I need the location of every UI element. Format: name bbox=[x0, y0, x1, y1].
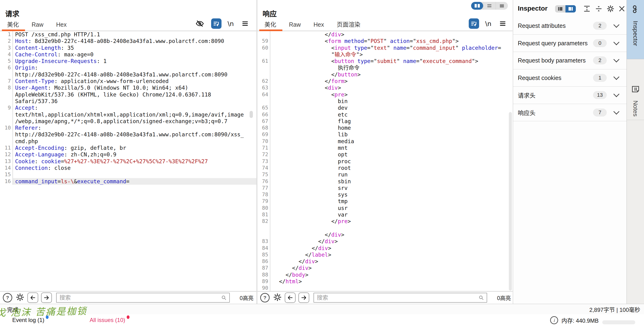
line-number bbox=[0, 91, 12, 98]
all-issues-link[interactable]: All issues (10) bbox=[90, 317, 125, 324]
side-tab-inspector[interactable]: Inspector bbox=[627, 0, 644, 59]
request-panel: 请求 美化RawHex \n 1POST /xss_cmd.php HTTP/1… bbox=[0, 0, 256, 304]
eye-off-icon[interactable] bbox=[194, 18, 205, 29]
line-number: 1 bbox=[0, 31, 12, 38]
response-tab-Raw[interactable]: Raw bbox=[289, 20, 301, 29]
response-scrollbar-thumb[interactable] bbox=[509, 112, 512, 290]
code-line bbox=[257, 225, 512, 232]
line-number bbox=[257, 31, 270, 38]
response-search-input[interactable] bbox=[314, 293, 487, 302]
response-editor[interactable]: </div>59 <form method="POST" action="xss… bbox=[257, 31, 512, 292]
request-tab-美化[interactable]: 美化 bbox=[7, 20, 19, 29]
code-line: 5Upgrade-Insecure-Requests: 1 bbox=[0, 58, 256, 64]
next-match-button[interactable] bbox=[41, 292, 52, 303]
response-tab-页面渲染[interactable]: 页面渲染 bbox=[337, 20, 360, 29]
code-line: 78 sys bbox=[257, 191, 512, 198]
code-line: 80 usr bbox=[257, 205, 512, 211]
layout-rows-button[interactable] bbox=[483, 2, 496, 10]
response-tab-Hex[interactable]: Hex bbox=[314, 20, 324, 29]
request-editor[interactable]: 1POST /xss_cmd.php HTTP/1.12Host: 8d32e9… bbox=[0, 31, 256, 292]
side-tab-notes[interactable]: Notes bbox=[627, 59, 644, 120]
rows-icon bbox=[487, 4, 491, 7]
next-match-button[interactable] bbox=[298, 292, 309, 303]
code-line: 72 opt bbox=[257, 151, 512, 158]
inspector-settings-icon[interactable] bbox=[606, 5, 614, 13]
syntax-highlight-icon[interactable] bbox=[211, 18, 222, 29]
code-line: 执行命令 bbox=[257, 64, 512, 71]
request-tab-Raw[interactable]: Raw bbox=[32, 20, 44, 29]
code-line: 9Accept: bbox=[0, 104, 256, 111]
search-icon bbox=[221, 295, 227, 302]
line-number: 88 bbox=[257, 272, 270, 278]
all-issues-label: All issues (10) bbox=[90, 317, 125, 323]
code-line: http://8d32e9b0-227c-4148-a08b-2408e3a43… bbox=[0, 131, 256, 138]
inspector-section-Request attributes[interactable]: Request attributes2 bbox=[513, 17, 626, 35]
request-scrollbar-thumb[interactable] bbox=[250, 111, 253, 118]
line-number: 9 bbox=[0, 104, 12, 111]
code-line: </div> bbox=[257, 31, 512, 38]
layout-single-button[interactable] bbox=[496, 2, 508, 10]
help-icon[interactable]: ? bbox=[260, 293, 270, 302]
status-done-label: 完成 bbox=[7, 305, 18, 313]
response-panel-icons: \n bbox=[469, 18, 508, 29]
chevron-down-icon[interactable] bbox=[613, 74, 619, 80]
inspector-section-Request query parameters[interactable]: Request query parameters0 bbox=[513, 35, 626, 52]
line-number bbox=[257, 232, 270, 238]
side-tab-strip: Inspector Notes bbox=[627, 0, 644, 304]
inspector-section-Request body parameters[interactable]: Request body parameters2 bbox=[513, 52, 626, 69]
close-icon[interactable] bbox=[618, 5, 626, 13]
panel-divider[interactable] bbox=[256, 0, 257, 304]
side-tab-inspector-label: Inspector bbox=[632, 21, 639, 46]
response-tab-美化[interactable]: 美化 bbox=[264, 20, 276, 29]
line-number: 16 bbox=[0, 178, 12, 185]
layout-columns-button[interactable] bbox=[471, 2, 483, 10]
inspector-section-请求头[interactable]: 请求头13 bbox=[513, 86, 626, 104]
event-log-link[interactable]: Event log (1) bbox=[12, 317, 44, 324]
line-number: 71 bbox=[257, 144, 270, 151]
code-line: 86 </div> bbox=[257, 258, 512, 265]
line-number bbox=[257, 225, 270, 232]
line-number: 77 bbox=[257, 185, 270, 191]
gear-icon[interactable] bbox=[273, 293, 282, 303]
prev-match-button[interactable] bbox=[27, 292, 38, 303]
line-number: 82 bbox=[257, 218, 270, 224]
line-number: 80 bbox=[257, 205, 270, 211]
request-highlight-count: 0高亮 bbox=[240, 294, 254, 302]
chevron-down-icon[interactable] bbox=[613, 56, 619, 62]
newline-icon[interactable]: \n bbox=[485, 20, 491, 27]
line-number bbox=[257, 71, 270, 78]
dock-left-button[interactable] bbox=[555, 5, 566, 12]
inspector-section-Request cookies[interactable]: Request cookies1 bbox=[513, 69, 626, 87]
side-tab-notes-label: Notes bbox=[632, 100, 639, 116]
inspector-section-label: 请求头 bbox=[518, 91, 536, 99]
prev-match-button[interactable] bbox=[285, 292, 296, 303]
request-search-input[interactable] bbox=[56, 293, 229, 302]
line-number: 70 bbox=[257, 138, 270, 144]
line-number: 59 bbox=[257, 38, 270, 44]
inspector-section-响应头[interactable]: 响应头7 bbox=[513, 104, 626, 122]
dock-right-button[interactable] bbox=[566, 5, 576, 12]
line-number bbox=[0, 138, 12, 144]
footer-bar: Event log (1) All issues (10) 泡沫 苦痛是枷锁自由… bbox=[0, 314, 644, 326]
info-icon[interactable]: i bbox=[550, 316, 558, 324]
line-number: 5 bbox=[0, 58, 12, 64]
line-number: 86 bbox=[257, 258, 270, 265]
single-pane-icon bbox=[500, 4, 504, 8]
collapse-all-icon[interactable] bbox=[595, 5, 603, 13]
chevron-down-icon[interactable] bbox=[613, 22, 619, 28]
menu-icon[interactable] bbox=[240, 18, 250, 29]
syntax-highlight-icon[interactable] bbox=[469, 18, 479, 29]
line-number: 69 bbox=[257, 131, 270, 138]
line-number: 62 bbox=[257, 78, 270, 84]
request-tab-Hex[interactable]: Hex bbox=[56, 20, 66, 29]
code-line: 60 <input type="text" name="command_inpu… bbox=[257, 44, 512, 51]
menu-icon[interactable] bbox=[498, 18, 508, 29]
chevron-down-icon[interactable] bbox=[613, 91, 619, 97]
newline-icon[interactable]: \n bbox=[228, 20, 234, 27]
gear-icon[interactable] bbox=[16, 293, 24, 303]
chevron-down-icon[interactable] bbox=[613, 108, 619, 114]
chevron-down-icon[interactable] bbox=[613, 39, 619, 45]
expand-all-icon[interactable] bbox=[583, 5, 591, 13]
help-icon[interactable]: ? bbox=[3, 293, 12, 302]
code-line: 2Host: 8d32e9b0-227c-4148-a08b-2408e3a43… bbox=[0, 38, 256, 44]
